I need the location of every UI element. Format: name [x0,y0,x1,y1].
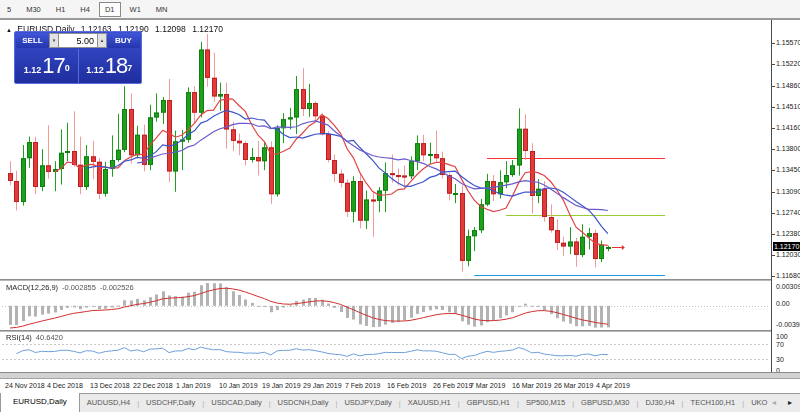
price-scale: 1.12170 1.155701.152201.148601.145101.14… [771,20,800,372]
chart-tab-usdchf[interactable]: USDCHF,Daily [139,394,202,412]
rsi-value: 40.6420 [36,333,63,342]
price-tick [772,213,775,214]
date-axis-label: 22 Dec 2018 [133,382,173,389]
one-click-trading-panel: SELL ▾ ▴ BUY 1.12 17 0 1.12 18 7 [14,31,142,84]
chart-tab-usdcad[interactable]: USDCAD,Daily [204,394,268,412]
chart-tab-bar: EURUSD,DailyAUDUSD,H4|USDCHF,Daily|USDCA… [0,393,800,412]
date-axis-label: 1 Jan 2019 [176,382,211,389]
timeframe-button-5[interactable]: 5 [1,2,17,17]
price-axis-label: 1.12740 [776,209,800,216]
buy-price-pipette: 7 [127,63,132,73]
date-axis-label: 24 Nov 2018 [5,382,45,389]
buy-price[interactable]: 1.12 18 7 [79,49,141,83]
buy-price-big: 18 [105,53,127,79]
chart-tab-gbpusd[interactable]: GBPUSD,M30 [574,394,636,412]
price-axis-label: 1.15220 [776,60,800,67]
price-tick [772,276,775,277]
date-axis: 24 Nov 20184 Dec 201813 Dec 201822 Dec 2… [0,379,800,393]
timeframe-button-w1[interactable]: W1 [124,2,147,17]
buy-button[interactable]: BUY [107,33,140,48]
price-tick [772,43,775,44]
tab-scroll-left-icon[interactable]: ◂ [772,398,776,407]
mt4-window: 5M30H1H4D1W1MN ▲ EURUSD,Daily 1.12163 1.… [0,0,800,412]
timeframe-button-d1[interactable]: D1 [99,2,121,17]
macd-main-value: -0.002855 [62,283,96,292]
chart-tab-eurusd[interactable]: EURUSD,Daily [0,393,80,412]
price-tick [772,107,775,108]
price-tick [772,234,775,235]
rsi-label: RSI(14)40.6420 [6,333,63,342]
sell-price-prefix: 1.12 [24,65,42,75]
chart-tab-dj30[interactable]: DJ30,H4 [638,394,681,412]
price-axis-label: 1.15570 [776,39,800,46]
chart-tab-usdjpy[interactable]: USDJPY,Daily [337,394,398,412]
price-tick [772,170,775,171]
rsi-axis-100: 100 [776,333,788,340]
macd-label: MACD(12,26,9)-0.002855-0.002526 [6,283,134,292]
rsi-panel-canvas[interactable] [2,332,770,371]
timeframe-button-h1[interactable]: H1 [50,2,72,17]
tab-scroll-right-icon[interactable]: ▸ [788,398,792,407]
macd-axis-max: 0.003095 [776,283,800,290]
price-tick [772,64,775,65]
chart-tab-uko[interactable]: UKO [744,394,774,412]
date-axis-label: 4 Dec 2018 [47,382,83,389]
macd-signal-value: -0.002526 [100,283,134,292]
rsi-axis-70: 70 [776,341,784,348]
volume-input[interactable] [59,33,97,48]
date-axis-label: 26 Feb 2019 [433,382,472,389]
current-price-tag: 1.12170 [773,242,800,251]
price-axis-label: 1.12030 [776,251,800,258]
volume-increase-button[interactable]: ▴ [97,33,107,48]
date-axis-label: 26 Mar 2019 [554,382,593,389]
sell-price-big: 17 [42,53,64,79]
price-axis-label: 1.14860 [776,82,800,89]
chart-tab-xauusd[interactable]: XAUUSD,H1 [401,394,458,412]
sell-button[interactable]: SELL [16,33,49,48]
date-axis-label: 7 Feb 2019 [345,382,380,389]
sell-price[interactable]: 1.12 17 0 [16,49,79,83]
date-axis-label: 19 Jan 2019 [262,382,301,389]
chart-tab-usdcnh[interactable]: USDCNH,Daily [271,394,336,412]
timeframe-toolbar: 5M30H1H4D1W1MN [0,0,800,20]
price-tick [772,86,775,87]
timeframe-button-h4[interactable]: H4 [74,2,96,17]
timeframe-button-m30[interactable]: M30 [20,2,47,17]
macd-axis-min: -0.003947 [776,321,800,328]
date-axis-label: 16 Feb 2019 [387,382,426,389]
buy-price-prefix: 1.12 [86,65,104,75]
price-axis-label: 1.14510 [776,103,800,110]
price-axis-label: 1.13450 [776,166,800,173]
price-tick [772,128,775,129]
chart-tab-audusd[interactable]: AUDUSD,H4 [80,394,137,412]
price-axis-label: 1.11680 [776,272,800,279]
timeframe-button-mn[interactable]: MN [150,2,174,17]
price-axis-label: 1.12380 [776,230,800,237]
date-axis-label: 7 Mar 2019 [470,382,505,389]
date-axis-label: 29 Jan 2019 [303,382,342,389]
date-axis-label: 13 Dec 2018 [90,382,130,389]
chart-expand-icon[interactable]: ▲ [6,27,12,33]
price-axis-label: 1.13090 [776,188,800,195]
price-tick [772,192,775,193]
macd-axis-zero: 0.00 [776,300,790,307]
price-tick [772,255,775,256]
ohlc-low: 1.12098 [155,24,186,34]
date-axis-label: 4 Apr 2019 [596,382,630,389]
date-axis-label: 16 Mar 2019 [512,382,551,389]
volume-decrease-button[interactable]: ▾ [49,33,59,48]
chart-tab-tech100[interactable]: TECH100,H1 [684,394,743,412]
chart-tab-sp500[interactable]: SP500,M15 [519,394,572,412]
price-tick [772,149,775,150]
price-axis-label: 1.13800 [776,145,800,152]
horizontal-divider-strip[interactable] [0,372,800,379]
sell-price-pipette: 0 [65,63,70,73]
ohlc-close: 1.12170 [192,24,223,34]
date-axis-label: 10 Jan 2019 [219,382,258,389]
rsi-axis-30: 30 [776,356,784,363]
price-axis-label: 1.14160 [776,124,800,131]
chart-tab-gbpusd[interactable]: GBPUSD,H1 [460,394,517,412]
